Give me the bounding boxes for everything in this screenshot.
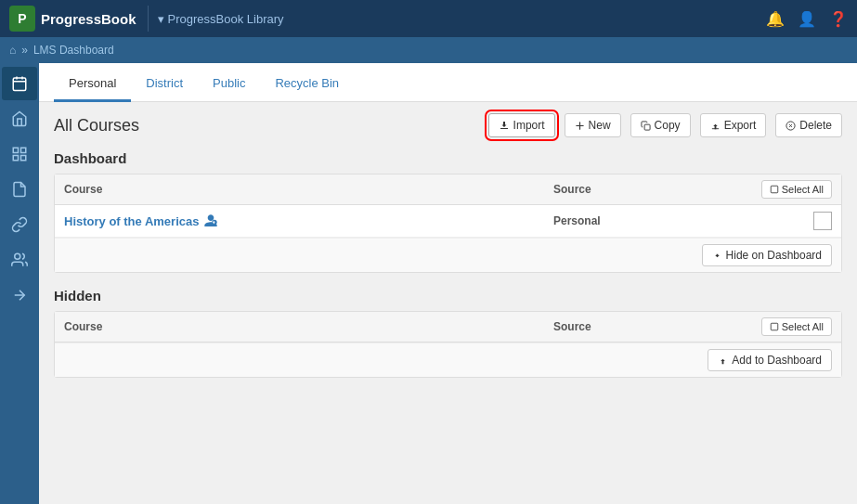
sidebar-item-calendar[interactable] — [2, 67, 37, 100]
sidebar-item-home[interactable] — [2, 102, 37, 136]
hidden-section-title: Hidden — [54, 288, 842, 304]
logo-icon: P — [9, 6, 35, 32]
svg-rect-7 — [21, 156, 26, 161]
export-label: Export — [724, 119, 757, 132]
page-content: All Courses Import New Copy — [39, 102, 857, 404]
hide-on-dashboard-button[interactable]: Hide on Dashboard — [702, 244, 832, 266]
nav-right-icons: 🔔 👤 ❓ — [766, 10, 848, 28]
import-wrapper: Import — [488, 113, 555, 137]
logo[interactable]: P ProgressBook — [9, 6, 149, 32]
svg-point-8 — [15, 253, 20, 259]
nav-dropdown-arrow: ▾ — [158, 12, 164, 26]
help-icon[interactable]: ❓ — [829, 10, 848, 28]
sidebar-item-group[interactable] — [2, 243, 37, 277]
dashboard-action-row: Hide on Dashboard — [55, 238, 841, 272]
all-courses-title: All Courses — [54, 116, 479, 136]
dashboard-select-all-wrapper: Select All — [739, 180, 832, 199]
history-course-link[interactable]: History of the Americas — [64, 213, 553, 228]
import-label: Import — [513, 119, 545, 132]
hidden-col-course: Course — [64, 320, 553, 333]
dashboard-source-cell: Personal — [553, 214, 739, 227]
bell-icon[interactable]: 🔔 — [766, 10, 785, 28]
breadcrumb-current: LMS Dashboard — [33, 44, 114, 57]
export-button[interactable]: Export — [700, 113, 767, 137]
breadcrumb-separator: » — [21, 44, 28, 57]
copy-label: Copy — [655, 119, 681, 132]
hidden-table-header: Course Source Select All — [55, 312, 841, 342]
breadcrumb-bar: ⌂ » LMS Dashboard — [0, 37, 857, 63]
nav-dropdown-text: ProgressBook Library — [168, 12, 284, 26]
svg-rect-5 — [21, 148, 26, 152]
dashboard-section-title: Dashboard — [54, 150, 842, 166]
logo-text: ProgressBook — [41, 11, 136, 27]
hidden-select-all-wrapper: Select All — [739, 317, 832, 336]
courses-header: All Courses Import New Copy — [54, 113, 842, 137]
add-to-dashboard-label: Add to Dashboard — [732, 354, 822, 367]
delete-button[interactable]: Delete — [775, 113, 842, 137]
sidebar — [0, 63, 39, 504]
tabs-container: Personal District Public Recycle Bin — [39, 63, 857, 102]
hidden-select-all-button[interactable]: Select All — [761, 317, 832, 336]
nav-dropdown[interactable]: ▾ ProgressBook Library — [158, 12, 284, 26]
hidden-table: Course Source Select All Add to Dashboar… — [54, 311, 842, 378]
dashboard-select-all-label: Select All — [782, 184, 824, 195]
dashboard-col-source: Source — [553, 183, 739, 196]
import-button[interactable]: Import — [488, 113, 555, 137]
tab-recycle-bin[interactable]: Recycle Bin — [260, 67, 354, 102]
user-icon[interactable]: 👤 — [798, 10, 816, 28]
svg-rect-14 — [771, 186, 778, 193]
sidebar-item-arrow[interactable] — [2, 278, 37, 312]
svg-rect-0 — [13, 78, 26, 91]
new-label: New — [589, 119, 611, 132]
add-to-dashboard-button[interactable]: Add to Dashboard — [708, 349, 832, 371]
table-row: History of the Americas Personal — [55, 205, 841, 238]
dashboard-table-header: Course Source Select All — [55, 174, 841, 205]
tab-personal[interactable]: Personal — [54, 67, 131, 102]
svg-rect-16 — [771, 323, 778, 330]
course-name: History of the Americas — [64, 214, 199, 228]
dashboard-select-all-button[interactable]: Select All — [761, 180, 832, 199]
top-nav: P ProgressBook ▾ ProgressBook Library 🔔 … — [0, 0, 857, 37]
svg-rect-10 — [644, 124, 650, 130]
dashboard-course-cell: History of the Americas — [64, 213, 553, 228]
svg-rect-6 — [13, 156, 18, 161]
tab-public[interactable]: Public — [198, 67, 260, 102]
svg-rect-4 — [13, 148, 18, 152]
hidden-select-all-label: Select All — [782, 321, 824, 332]
tab-district[interactable]: District — [131, 67, 198, 102]
hidden-col-source: Source — [553, 320, 739, 333]
content-area: Personal District Public Recycle Bin All… — [39, 63, 857, 504]
dashboard-col-course: Course — [64, 183, 553, 196]
new-button[interactable]: New — [565, 113, 621, 137]
hidden-action-row: Add to Dashboard — [55, 342, 841, 377]
sidebar-item-document[interactable] — [2, 173, 37, 206]
sidebar-item-grid[interactable] — [2, 137, 37, 171]
dashboard-table: Course Source Select All History of the … — [54, 174, 842, 273]
dashboard-checkbox-cell — [739, 212, 832, 230]
delete-label: Delete — [799, 119, 832, 132]
copy-button[interactable]: Copy — [630, 113, 691, 137]
main-layout: Personal District Public Recycle Bin All… — [0, 63, 857, 504]
sidebar-item-link[interactable] — [2, 208, 37, 241]
dashboard-row-checkbox[interactable] — [813, 212, 832, 230]
home-breadcrumb[interactable]: ⌂ — [9, 44, 16, 57]
hide-on-dashboard-label: Hide on Dashboard — [726, 249, 822, 262]
